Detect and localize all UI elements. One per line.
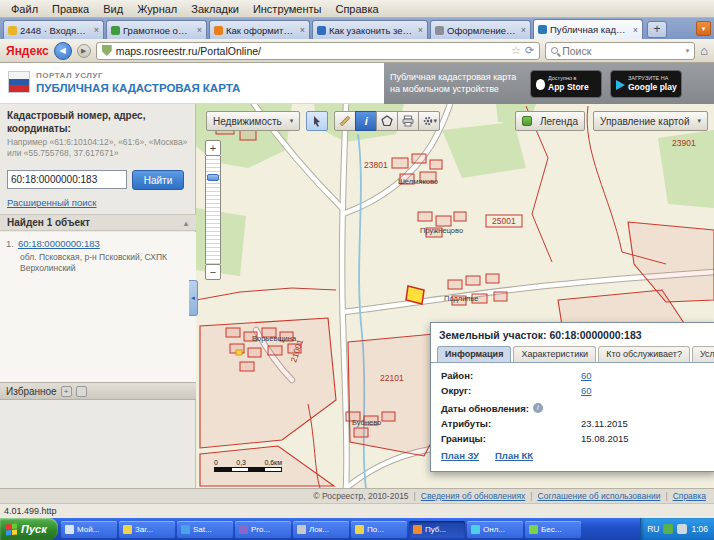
taskbar-app-2[interactable]: Заг... [119, 521, 175, 538]
appstore-badge[interactable]: Доступно в App Store [530, 70, 602, 98]
taskbar-app-4[interactable]: Pro... [235, 521, 291, 538]
favorites-header[interactable]: Избранное + [0, 382, 196, 400]
browser-search-box[interactable]: ▾ [545, 42, 695, 60]
taskbar-app-6[interactable]: По... [351, 521, 407, 538]
url-bar[interactable]: maps.rosreestr.ru/PortalOnline/ ☆ ⟳ [96, 42, 540, 60]
measure-area-button[interactable] [376, 111, 398, 131]
shield-tray-icon[interactable] [663, 524, 673, 534]
result-cadastral-link[interactable]: 60:18:0000000:183 [18, 238, 100, 249]
taskbar-app-7-active[interactable]: Пуб... [409, 521, 465, 538]
menu-file[interactable]: Файл [4, 2, 45, 16]
tab-gramotnoe[interactable]: Грамотное оформ... × [106, 20, 207, 39]
tab-label: Публичная кадас... [550, 24, 630, 35]
favorites-options-icon[interactable] [76, 386, 87, 397]
menu-edit[interactable]: Правка [45, 2, 96, 16]
mail-favicon [8, 26, 17, 35]
pan-cursor-button[interactable] [306, 111, 328, 131]
print-button[interactable] [397, 111, 419, 131]
district-label: Район: [441, 370, 581, 381]
close-icon[interactable]: × [300, 25, 305, 35]
parcel-number-label: 23801 [364, 160, 388, 170]
reload-icon[interactable]: ⟳ [525, 44, 534, 57]
tab-who-services[interactable]: Кто обслуживает? [598, 346, 690, 362]
app-icon [471, 525, 480, 534]
zoom-out-button[interactable]: − [205, 264, 221, 280]
search-engine-caret-icon[interactable]: ▾ [686, 47, 690, 55]
menu-view[interactable]: Вид [96, 2, 130, 16]
tab-information[interactable]: Информация [437, 346, 511, 362]
menu-help[interactable]: Справка [328, 2, 385, 16]
new-tab-button[interactable]: + [647, 21, 667, 38]
selected-parcel[interactable] [406, 286, 424, 304]
back-button[interactable]: ◀ [54, 42, 72, 60]
object-info-button[interactable]: i [355, 111, 377, 131]
tab-services[interactable]: Услуги [692, 346, 714, 362]
menu-history[interactable]: Журнал [130, 2, 184, 16]
googleplay-text: Google play [628, 82, 679, 92]
close-icon[interactable]: × [633, 25, 638, 35]
favorites-add-icon[interactable]: + [61, 386, 72, 397]
taskbar-app-3[interactable]: Sat... [177, 521, 233, 538]
status-text: 4.01.499.http [4, 506, 57, 516]
close-icon[interactable]: × [418, 25, 423, 35]
info-circle-icon[interactable]: i [533, 403, 543, 413]
terms-link[interactable]: Соглашение об использовании [538, 491, 661, 501]
help-link[interactable]: Справка [673, 491, 706, 501]
start-button[interactable]: Пуск [0, 518, 58, 540]
tab-pkk-active[interactable]: Публичная кадас... × [533, 19, 643, 39]
close-icon[interactable]: × [521, 25, 526, 35]
tools-button[interactable]: ▾ [418, 111, 440, 131]
tab-oformlenie[interactable]: Оформление земе... × [430, 20, 531, 39]
tab-characteristics[interactable]: Характеристики [513, 346, 596, 362]
volume-tray-icon[interactable] [677, 524, 687, 534]
zoom-slider[interactable] [205, 156, 221, 264]
list-all-tabs-button[interactable]: ▾ [696, 21, 711, 36]
place-label: Ворьевщина [252, 334, 297, 343]
find-button[interactable]: Найти [132, 170, 184, 190]
collapse-caret-icon[interactable]: ▴ [184, 216, 188, 232]
okrug-value-link[interactable]: 60 [581, 385, 592, 396]
layer-dropdown[interactable]: Недвижимость ▾ [206, 111, 300, 131]
forward-button[interactable]: ▶ [77, 44, 91, 58]
app-icon [65, 525, 74, 534]
taskbar-app-5[interactable]: Лок... [293, 521, 349, 538]
menu-tools[interactable]: Инструменты [246, 2, 329, 16]
result-item[interactable]: 1. 60:18:0000000:183 [6, 238, 190, 249]
taskbar-app-8[interactable]: Онл... [467, 521, 523, 538]
result-description: обл. Псковская, р-н Псковский, СХПК Верх… [20, 252, 170, 274]
map-manage-dropdown[interactable]: Управление картой ▾ [593, 111, 708, 131]
place-label: Подлипье [444, 294, 478, 303]
tab-mail[interactable]: 2448 · Входящие ... × [3, 20, 104, 39]
tab-kak-uzakonit[interactable]: Как узаконить земель... × [312, 20, 428, 39]
yandex-logo[interactable]: Яндекс [6, 44, 49, 58]
home-button[interactable]: ⌂ [700, 43, 708, 58]
menu-bookmarks[interactable]: Закладки [184, 2, 246, 16]
sidebar-collapse-button[interactable]: ◄ [189, 280, 198, 316]
system-tray: RU 1:06 [640, 518, 714, 540]
cadastral-number-input[interactable] [7, 170, 127, 189]
plan-kk-link[interactable]: План КК [495, 450, 533, 461]
taskbar-app-1[interactable]: Мой... [61, 521, 117, 538]
advanced-search-link[interactable]: Расширенный поиск [7, 197, 96, 208]
measure-length-button[interactable] [334, 111, 356, 131]
results-header[interactable]: Найден 1 объект ▴ [0, 214, 196, 231]
tab-kak-oformit[interactable]: Как оформить че... × [209, 20, 310, 39]
googleplay-badge[interactable]: ЗАГРУЗИТЕ НА Google play [610, 70, 682, 98]
googleplay-triangle-icon [616, 80, 625, 90]
language-indicator[interactable]: RU [647, 524, 659, 534]
taskbar-apps: Мой... Заг... Sat... Pro... Лок... По...… [58, 521, 640, 538]
close-icon[interactable]: × [197, 25, 202, 35]
chevron-down-icon: ▾ [434, 117, 438, 125]
site-identity-shield-icon[interactable] [102, 45, 112, 56]
zoom-slider-handle[interactable] [207, 174, 219, 181]
updates-info-link[interactable]: Сведения об обновлениях [421, 491, 525, 501]
district-value-link[interactable]: 60 [581, 370, 592, 381]
bookmark-star-icon[interactable]: ☆ [511, 44, 521, 57]
taskbar-app-9[interactable]: Бес... [525, 521, 581, 538]
close-icon[interactable]: × [94, 25, 99, 35]
zoom-in-button[interactable]: + [205, 140, 221, 156]
plan-zu-link[interactable]: План ЗУ [441, 450, 479, 461]
legend-button[interactable]: Легенда [515, 111, 585, 131]
search-input[interactable] [562, 45, 681, 57]
clock[interactable]: 1:06 [691, 524, 708, 534]
